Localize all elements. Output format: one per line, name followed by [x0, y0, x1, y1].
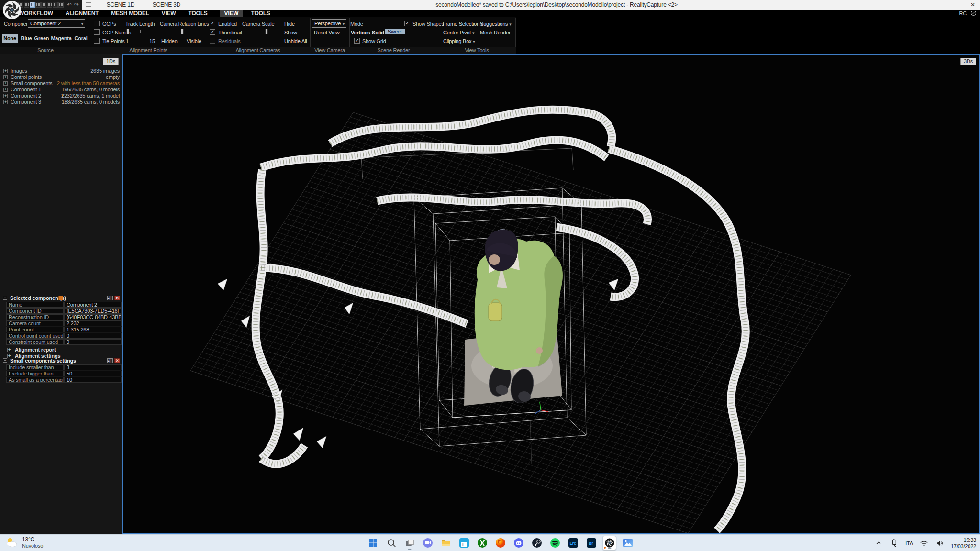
color-filter-magenta[interactable]: Magenta [50, 34, 72, 43]
layout-button-4[interactable] [35, 2, 41, 8]
tree-row[interactable]: + Component 3 188/2635 cams, 0 models [0, 99, 122, 105]
layout-button-2[interactable] [24, 2, 29, 8]
menu-workflow[interactable]: WORKFLOW [19, 10, 53, 17]
layout-button-8[interactable] [58, 2, 64, 8]
show-grid-checkbox[interactable]: ✓ [354, 38, 360, 44]
splitter-icon[interactable] [86, 2, 91, 7]
tie-points-label[interactable]: Tie Points [102, 38, 125, 44]
expand-icon[interactable]: + [3, 75, 8, 79]
scanned-person-model[interactable] [464, 229, 563, 464]
maximize-button[interactable] [954, 3, 958, 7]
undo-icon[interactable]: ↶ [67, 1, 72, 9]
l-app-button[interactable]: L [457, 536, 471, 550]
scene-3d-viewport[interactable]: 3Ds [122, 54, 980, 534]
spotify-button[interactable] [548, 536, 562, 550]
track-length-slider[interactable] [125, 29, 155, 35]
tree-row[interactable]: + Small components 2 with less than 50 c… [0, 80, 122, 87]
residuals-label[interactable]: Residuals [218, 38, 241, 44]
firefox-button[interactable] [493, 536, 507, 550]
help-icon[interactable] [971, 11, 976, 16]
minimize-button[interactable]: — [935, 1, 942, 8]
start-button[interactable] [366, 536, 380, 550]
tie-points-checkbox[interactable] [94, 38, 100, 44]
color-filter-coral[interactable]: Coral [73, 34, 89, 43]
language-indicator[interactable]: ITA [905, 540, 913, 546]
collapse-icon[interactable]: − [3, 296, 7, 300]
dock-icon[interactable]: ▸▏ [107, 296, 113, 300]
close-icon[interactable]: ✕ [114, 296, 120, 300]
clipping-box-button[interactable]: Clipping Box ▾ [443, 38, 475, 44]
expand-icon[interactable]: + [7, 348, 11, 352]
layout-button-6[interactable] [47, 2, 52, 8]
thumbnail-label[interactable]: Thumbnail [218, 30, 242, 35]
unhide-all-button[interactable]: Unhide All [284, 38, 307, 44]
color-filter-blue[interactable]: Blue [20, 34, 33, 43]
gcp-names-checkbox[interactable] [94, 29, 100, 35]
lightroom-button[interactable]: Lrc [566, 536, 580, 550]
mesh-render-button[interactable]: Mesh Render [480, 30, 511, 35]
show-grid-label[interactable]: Show Grid [362, 38, 386, 44]
tree-row[interactable]: + Images 2635 images [0, 68, 122, 74]
layout-button-7[interactable] [53, 2, 58, 8]
steam-button[interactable] [530, 536, 544, 550]
dock-icon[interactable]: ▸▏ [107, 358, 113, 363]
reset-view-button[interactable]: Reset View [314, 30, 339, 35]
color-filter-none[interactable]: None [2, 34, 18, 43]
realitycapture-button[interactable] [602, 536, 616, 550]
file-explorer-button[interactable] [439, 536, 453, 550]
enabled-label[interactable]: Enabled [218, 21, 237, 27]
bridge-button[interactable]: Br [584, 536, 598, 550]
usb-device-icon[interactable] [890, 539, 899, 548]
close-button[interactable]: ✕ [969, 1, 976, 8]
expand-icon[interactable]: + [3, 88, 8, 92]
camera-scale-slider[interactable] [241, 29, 280, 35]
camera-relation-lines-slider[interactable] [164, 29, 201, 35]
tree-row[interactable]: + Control points empty [0, 74, 122, 80]
mode-sweet-button[interactable]: Sweet [385, 29, 405, 34]
expand-icon[interactable]: + [3, 100, 8, 104]
thumbnail-checkbox[interactable]: ✓ [210, 29, 215, 35]
menu-tools-1d[interactable]: TOOLS [188, 10, 207, 17]
volume-icon[interactable] [935, 539, 945, 548]
mode-solid-button[interactable]: Solid [372, 30, 384, 35]
color-filter-green[interactable]: Green [34, 34, 49, 43]
frame-selection-button[interactable]: Frame Selection ▾ [443, 21, 483, 27]
tree-row[interactable]: + Component 1 196/2635 cams, 0 models [0, 87, 122, 93]
expand-icon[interactable]: + [3, 94, 8, 98]
tray-chevron-up-icon[interactable] [874, 539, 883, 548]
redo-icon[interactable]: ↷ [74, 1, 79, 9]
close-icon[interactable]: ✕ [114, 358, 120, 363]
weather-widget[interactable]: 13°C Nuvoloso [5, 536, 43, 549]
hide-button[interactable]: Hide [284, 21, 295, 27]
mode-vertices-button[interactable]: Vertices [351, 30, 370, 35]
3d-scene[interactable] [123, 55, 979, 533]
layout-button-5[interactable] [41, 2, 46, 8]
gcps-label[interactable]: GCPs [102, 21, 116, 27]
menu-mesh-model[interactable]: MESH MODEL [111, 10, 149, 17]
component-dropdown[interactable]: Component 2▾ [28, 19, 85, 28]
expand-icon[interactable]: + [3, 69, 8, 73]
slider-thumb[interactable] [126, 29, 129, 34]
show-shapes-checkbox[interactable]: ✓ [404, 21, 410, 26]
menu-tools-3d[interactable]: TOOLS [251, 10, 270, 17]
slider-thumb[interactable] [265, 29, 268, 34]
residuals-checkbox[interactable] [210, 38, 215, 44]
layout-button-3[interactable] [30, 2, 35, 8]
center-pivot-button[interactable]: Center Pivot ▾ [443, 30, 474, 35]
tree-row[interactable]: + Component 2 2232/2635 cams, 1 model [0, 93, 122, 99]
suggestions-button[interactable]: Suggestions ▾ [480, 21, 512, 27]
slider-thumb[interactable] [181, 29, 184, 34]
tab-scene-3d[interactable]: SCENE 3D [144, 1, 189, 8]
wifi-icon[interactable] [919, 539, 929, 548]
show-shapes-label[interactable]: Show Shapes [412, 21, 444, 27]
chat-button[interactable] [421, 536, 434, 550]
enabled-checkbox[interactable]: ✓ [210, 21, 215, 26]
xbox-button[interactable] [475, 536, 489, 550]
projection-dropdown[interactable]: Perspective▾ [312, 19, 346, 28]
task-view-button[interactable] [402, 536, 416, 550]
gcps-checkbox[interactable] [94, 21, 100, 26]
menu-alignment[interactable]: ALIGNMENT [66, 10, 99, 17]
show-button[interactable]: Show [284, 30, 297, 35]
search-button[interactable] [384, 536, 398, 550]
menu-view-1d[interactable]: VIEW [162, 10, 176, 17]
